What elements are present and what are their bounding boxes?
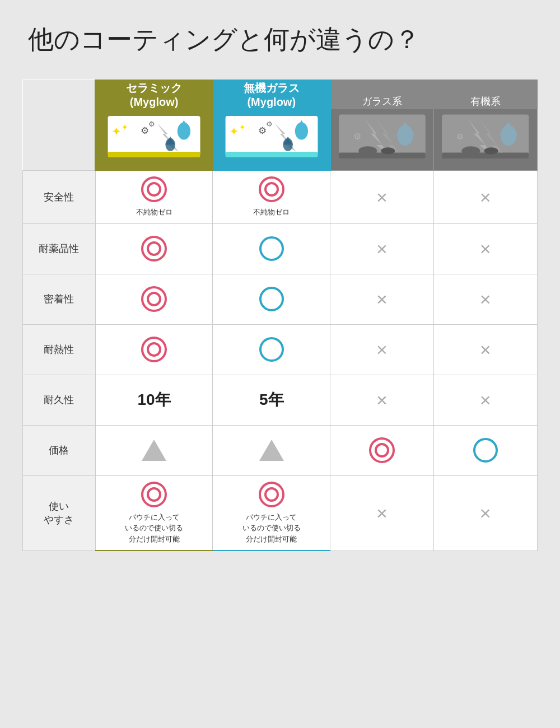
th-inorganic: 無機ガラス (Myglow)	[213, 80, 330, 109]
row-label: 使いやすさ	[23, 475, 96, 550]
svg-text:✦: ✦	[111, 125, 122, 138]
table-row: 耐薬品性××	[23, 223, 538, 274]
ceramic-cell: 10年	[95, 375, 213, 425]
organic-cell: ×	[433, 375, 537, 425]
organic-cell: ×	[433, 170, 537, 223]
table-row: 価格	[23, 425, 538, 475]
page-title: 他のコーティングと何が違うの？	[11, 22, 420, 57]
inorganic-cell: パウチに入っているので使い切る分だけ開封可能	[213, 475, 330, 550]
svg-text:⚙: ⚙	[353, 131, 361, 141]
inorganic-cell	[213, 425, 330, 475]
glass-cell: ×	[330, 324, 434, 375]
img-glass: ⚙	[330, 109, 434, 170]
organic-illustration: ⚙	[434, 109, 537, 170]
table-row: 安全性不純物ゼロ不純物ゼロ××	[23, 170, 538, 223]
glass-cell: ×	[330, 170, 434, 223]
organic-cell: ×	[433, 475, 537, 550]
glass-cell: ×	[330, 223, 434, 274]
organic-cell: ×	[433, 274, 537, 324]
inorganic-cell	[213, 223, 330, 274]
svg-text:⚙: ⚙	[141, 125, 149, 136]
header-row: セラミック (Myglow) 無機ガラス (Myglow) ガラス系 有機系	[23, 80, 538, 109]
table-row: 使いやすさパウチに入っているので使い切る分だけ開封可能パウチに入っているので使い…	[23, 475, 538, 550]
glass-cell: ×	[330, 375, 434, 425]
row-label: 安全性	[23, 170, 96, 223]
ceramic-cell	[95, 223, 213, 274]
svg-text:⚙: ⚙	[258, 125, 267, 136]
svg-text:⚙: ⚙	[148, 120, 155, 128]
glass-cell: ×	[330, 475, 434, 550]
svg-rect-23	[339, 153, 426, 158]
img-inorganic: ✦ ✦ ⚙ ⚙	[213, 109, 330, 170]
svg-point-30	[381, 148, 395, 155]
row-label: 耐熱性	[23, 324, 96, 375]
inorganic-illustration: ✦ ✦ ⚙ ⚙	[213, 109, 330, 170]
ceramic-cell	[95, 425, 213, 475]
inorganic-cell: 5年	[213, 375, 330, 425]
img-empty	[23, 109, 96, 170]
svg-point-29	[358, 147, 377, 156]
svg-rect-32	[442, 153, 529, 158]
organic-cell: ×	[433, 324, 537, 375]
row-label: 耐薬品性	[23, 223, 96, 274]
th-organic: 有機系	[433, 80, 537, 109]
svg-text:⚙: ⚙	[266, 120, 273, 128]
ceramic-illustration: ✦ ✦ ⚙ ⚙	[96, 109, 212, 170]
th-ceramic: セラミック (Myglow)	[95, 80, 213, 109]
image-row: ✦ ✦ ⚙ ⚙	[23, 109, 538, 170]
svg-rect-1	[108, 152, 200, 157]
table-row: 密着性××	[23, 274, 538, 324]
organic-cell: ×	[433, 223, 537, 274]
ceramic-cell	[95, 324, 213, 375]
img-organic: ⚙	[433, 109, 537, 170]
ceramic-cell: パウチに入っているので使い切る分だけ開封可能	[95, 475, 213, 550]
inorganic-cell	[213, 324, 330, 375]
th-glass: ガラス系	[330, 80, 434, 109]
svg-rect-12	[225, 152, 318, 157]
row-label: 密着性	[23, 274, 96, 324]
img-ceramic: ✦ ✦ ⚙ ⚙	[95, 109, 213, 170]
svg-text:✦: ✦	[239, 123, 246, 132]
glass-cell	[330, 425, 434, 475]
inorganic-cell: 不純物ゼロ	[213, 170, 330, 223]
row-label: 耐久性	[23, 375, 96, 425]
ceramic-cell: 不純物ゼロ	[95, 170, 213, 223]
svg-point-38	[461, 147, 480, 156]
table-body: 安全性不純物ゼロ不純物ゼロ××耐薬品性××密着性××耐熱性××耐久性10年5年×…	[23, 170, 538, 550]
table-row: 耐久性10年5年××	[23, 375, 538, 425]
svg-text:⚙: ⚙	[456, 132, 464, 141]
table-row: 耐熱性××	[23, 324, 538, 375]
svg-text:✦: ✦	[122, 123, 128, 132]
svg-point-39	[484, 148, 498, 155]
glass-cell: ×	[330, 274, 434, 324]
inorganic-cell	[213, 274, 330, 324]
ceramic-cell	[95, 274, 213, 324]
svg-text:✦: ✦	[229, 125, 239, 138]
th-empty	[23, 80, 96, 109]
comparison-table: セラミック (Myglow) 無機ガラス (Myglow) ガラス系 有機系	[22, 80, 538, 551]
organic-cell	[433, 425, 537, 475]
row-label: 価格	[23, 425, 96, 475]
glass-illustration: ⚙	[331, 109, 433, 170]
